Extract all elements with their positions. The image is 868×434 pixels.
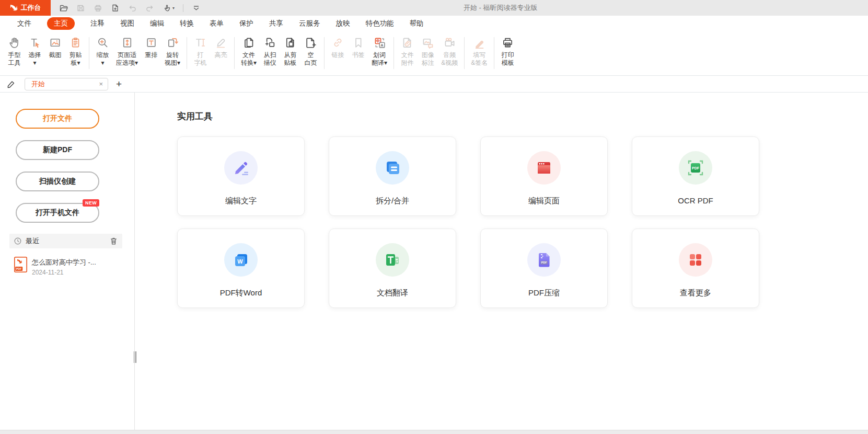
tool-label: 高亮 [215,51,227,59]
select-tool-button[interactable]: 选择 ▾ [25,35,44,67]
link-tool-button[interactable]: 链接 [328,35,348,60]
doc-translate-icon [376,243,409,277]
card-label: 编辑页面 [528,196,560,206]
print-template-icon [501,36,515,50]
menu-item-file[interactable]: 文件 [17,19,31,28]
undo-icon[interactable] [128,4,137,13]
menu-item-present[interactable]: 放映 [336,19,350,28]
tab-close-icon[interactable]: × [99,81,103,87]
tool-label: 打 字机 [194,51,207,67]
scanner-create-label: 扫描仪创建 [39,177,76,186]
tool-label: 旋转 视图▾ [165,51,180,67]
card-label: PDF转Word [220,288,262,298]
bookmark-icon [351,36,365,50]
tool-label: 划词 翻译▾ [372,51,387,67]
card-ocr-pdf[interactable]: PDF OCR PDF [632,136,759,216]
ribbon-group-sign: 填写 &签名 [466,35,493,74]
translate-tool-button[interactable]: 中A 划词 翻译▾ [369,35,390,67]
blank-page-tool-button[interactable]: 空 白页 [301,35,320,67]
reflow-icon [144,36,158,50]
menu-item-cloud[interactable]: 云服务 [299,19,320,28]
toolbar-divider [183,4,183,12]
snapshot-tool-button[interactable]: 截图 [45,35,65,60]
sidebar-splitter-handle[interactable] [133,351,137,363]
recent-file-item[interactable]: PDF 怎么面对高中学习 -... 2024-11-21 [14,257,96,276]
new-document-icon[interactable] [111,4,120,13]
tool-label: 选择 ▾ [29,51,41,67]
typewriter-tool-button[interactable]: 打 字机 [191,35,210,67]
sidebar: 打开文件 新建PDF 扫描仪创建 打开手机文件 NEW 最近 [0,93,135,430]
new-pdf-button[interactable]: 新建PDF [16,140,99,160]
menu-item-help[interactable]: 帮助 [410,19,424,28]
image-annotation-tool-button[interactable]: 图像 标注 [418,35,437,67]
print-template-tool-button[interactable]: 打印 模板 [498,35,517,67]
highlight-tool-button[interactable]: 高亮 [211,35,230,60]
print-icon[interactable] [94,4,102,13]
menu-item-edit[interactable]: 编辑 [150,19,164,28]
menu-item-comment[interactable]: 注释 [90,19,105,28]
card-split-merge[interactable]: 拆分/合并 [329,136,456,216]
recent-file-name: 怎么面对高中学习 -... [32,258,96,267]
fit-page-tool-button[interactable]: 页面适 应选项▾ [113,35,141,67]
card-pdf-compress[interactable]: PDF PDF压缩 [480,229,608,308]
scanner-create-button[interactable]: 扫描仪创建 [16,172,99,191]
save-icon[interactable] [76,4,85,13]
card-edit-pages[interactable]: 编辑页面 [480,136,608,216]
recent-file-date: 2024-11-21 [32,269,96,276]
zoom-tool-button[interactable]: 缩放 ▾ [93,35,112,67]
card-label: 查看更多 [680,288,711,298]
from-clipboard-icon [283,36,297,50]
clock-icon [14,237,21,245]
menu-item-share[interactable]: 共享 [269,19,283,28]
translate-icon: 中A [373,36,387,50]
split-merge-icon [376,151,409,185]
menu-item-convert[interactable]: 转换 [180,19,194,28]
menu-item-form[interactable]: 表单 [210,19,224,28]
card-pdf-to-word[interactable]: W PDF转Word [177,229,305,308]
convert-file-tool-button[interactable]: 文件 转换▾ [238,35,259,67]
card-edit-text[interactable]: 编辑文字 [177,136,305,216]
edit-text-icon [224,151,258,185]
open-file-button[interactable]: 打开文件 [16,109,99,129]
card-label: PDF压缩 [528,288,560,298]
new-tab-button[interactable]: + [116,79,122,89]
fit-page-icon [120,36,134,50]
svg-text:PDF: PDF [16,267,22,270]
recent-title: 最近 [26,236,39,246]
ribbon-group-comment: 打 字机 高亮 [188,35,233,74]
card-doc-translate[interactable]: 文档翻译 [329,229,456,308]
hand-tool-button[interactable]: 手型 工具 [5,35,24,67]
rotate-view-tool-button[interactable]: 旋转 视图▾ [162,35,183,67]
tab-start[interactable]: 开始 × [25,78,108,90]
clear-recent-trash-icon[interactable] [110,237,118,245]
card-label: 编辑文字 [225,196,257,206]
ribbon-group-create: 文件 转换▾ 从扫 描仪 从剪 贴板 空 白页 [236,35,323,74]
tab-label: 开始 [31,79,99,89]
annotation-pen-icon[interactable] [6,79,16,89]
menu-item-features[interactable]: 特色功能 [366,19,394,28]
clipboard-tool-button[interactable]: 剪贴 板▾ [66,35,85,67]
from-scanner-tool-button[interactable]: 从扫 描仪 [260,35,280,67]
bookmark-tool-button[interactable]: 书签 [349,35,368,60]
card-view-more[interactable]: 查看更多 [632,229,759,308]
from-clipboard-tool-button[interactable]: 从剪 贴板 [281,35,300,67]
open-mobile-file-button[interactable]: 打开手机文件 NEW [16,203,99,223]
customize-toolbar-icon[interactable] [192,4,201,13]
fill-sign-tool-button[interactable]: 填写 &签名 [468,35,490,67]
highlighter-icon [214,36,228,50]
open-folder-icon[interactable] [59,4,68,13]
reflow-tool-button[interactable]: 重排 [142,35,161,60]
menu-item-protect[interactable]: 保护 [239,19,253,28]
tool-label: 链接 [332,51,344,59]
tool-label: 从扫 描仪 [264,51,276,67]
touch-select-icon[interactable]: ▾ [163,4,175,13]
menu-item-view[interactable]: 视图 [120,19,134,28]
tool-label: 音频 &视频 [441,51,458,67]
redo-icon[interactable] [145,4,154,13]
workspace-button[interactable]: 工作台 [0,0,51,16]
audio-video-tool-button[interactable]: 音频 &视频 [438,35,460,67]
tool-label: 图像 标注 [422,51,434,67]
audio-video-icon [443,36,457,50]
menu-item-home[interactable]: 主页 [47,17,75,30]
file-attachment-tool-button[interactable]: 文件 附件 [398,35,417,67]
